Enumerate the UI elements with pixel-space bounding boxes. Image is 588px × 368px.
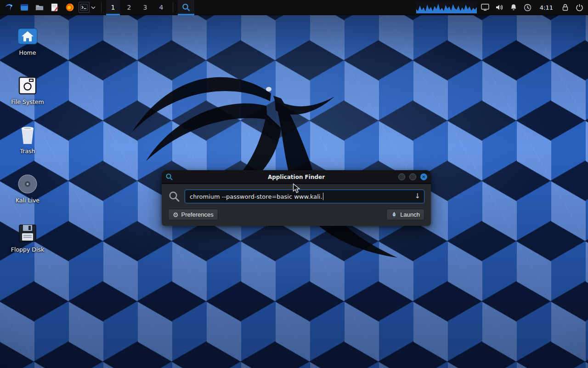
workspace-3[interactable]: 3 (138, 0, 152, 15)
terminal-launcher-group (79, 1, 96, 14)
floppy-disk-icon (17, 222, 39, 244)
terminal-dropdown-button[interactable] (90, 1, 96, 14)
clock-sync-icon[interactable] (522, 1, 534, 14)
desktop-icon-home[interactable]: Home (6, 25, 50, 56)
text-editor-launcher[interactable] (48, 1, 61, 14)
power-logout-icon[interactable] (573, 1, 585, 14)
window-icon (20, 3, 29, 12)
desktop-icon-file-system[interactable]: File System (6, 75, 50, 105)
desktop-icon-floppy-disk[interactable]: Floppy Disk (6, 222, 50, 253)
taskbar-application-finder[interactable] (178, 0, 194, 15)
minimize-button[interactable] (398, 173, 405, 180)
workspace-1[interactable]: 1 (106, 0, 120, 15)
maximize-button[interactable] (409, 173, 416, 180)
workspace-2[interactable]: 2 (122, 0, 136, 15)
volume-icon[interactable] (493, 1, 505, 14)
screen-lock-icon[interactable] (559, 1, 571, 14)
file-manager-launcher[interactable] (33, 1, 46, 14)
gear-icon: ⚙ (173, 212, 179, 218)
application-finder-icon (181, 3, 191, 12)
trash-icon (17, 124, 39, 146)
desktop[interactable]: 1 2 3 4 (0, 0, 588, 368)
launch-icon (391, 212, 397, 218)
kali-dragon-wallpaper (129, 54, 413, 266)
search-row: chromium --password-store=basic www.kali… (168, 190, 424, 203)
desktop-icon-trash[interactable]: Trash (6, 124, 50, 155)
top-panel: 1 2 3 4 (0, 0, 588, 15)
panel-clock[interactable]: 4:11 (536, 4, 557, 11)
panel-separator (101, 2, 102, 12)
search-input[interactable]: chromium --password-store=basic www.kali… (185, 190, 424, 203)
search-input-value: chromium --password-store=basic www.kali… (190, 193, 322, 200)
firefox-icon (65, 3, 74, 12)
launch-button-label: Launch (400, 211, 420, 218)
panel-separator (173, 2, 173, 12)
home-icon (17, 25, 39, 47)
titlebar[interactable]: Application Finder ✕ (162, 170, 431, 184)
text-caret (323, 193, 323, 200)
chevron-down-icon (91, 6, 96, 9)
search-icon (168, 190, 180, 202)
launch-button[interactable]: Launch (386, 209, 424, 220)
application-finder-window: Application Finder ✕ chromium --password… (162, 170, 431, 226)
folder-icon (35, 3, 44, 12)
preferences-button-label: Preferences (181, 211, 214, 218)
notifications-bell-icon[interactable] (508, 1, 520, 14)
preferences-button[interactable]: ⚙ Preferences (168, 209, 218, 220)
terminal-icon (80, 3, 88, 12)
window-title: Application Finder (162, 174, 431, 180)
desktop-icon-kali-live[interactable]: Kali Live (6, 173, 50, 204)
window-controls: ✕ (398, 173, 427, 180)
firefox-launcher[interactable] (63, 1, 76, 14)
workspace-4[interactable]: 4 (154, 0, 168, 15)
close-button[interactable]: ✕ (420, 173, 427, 180)
document-icon (50, 3, 59, 12)
finder-body: chromium --password-store=basic www.kali… (162, 184, 431, 226)
window-title-icon (165, 173, 173, 181)
show-desktop-launcher[interactable] (18, 1, 31, 14)
file-system-icon (17, 75, 39, 97)
applications-menu-button[interactable] (3, 1, 16, 14)
cpu-graph[interactable] (416, 1, 477, 13)
optical-disc-icon (17, 173, 39, 195)
display-settings-icon[interactable] (479, 1, 491, 14)
close-icon: ✕ (422, 175, 425, 179)
kali-logo-icon (4, 2, 15, 13)
button-row: ⚙ Preferences Launch (168, 209, 424, 220)
terminal-launcher[interactable] (79, 2, 90, 13)
history-dropdown-icon[interactable]: ↓ (414, 192, 420, 200)
